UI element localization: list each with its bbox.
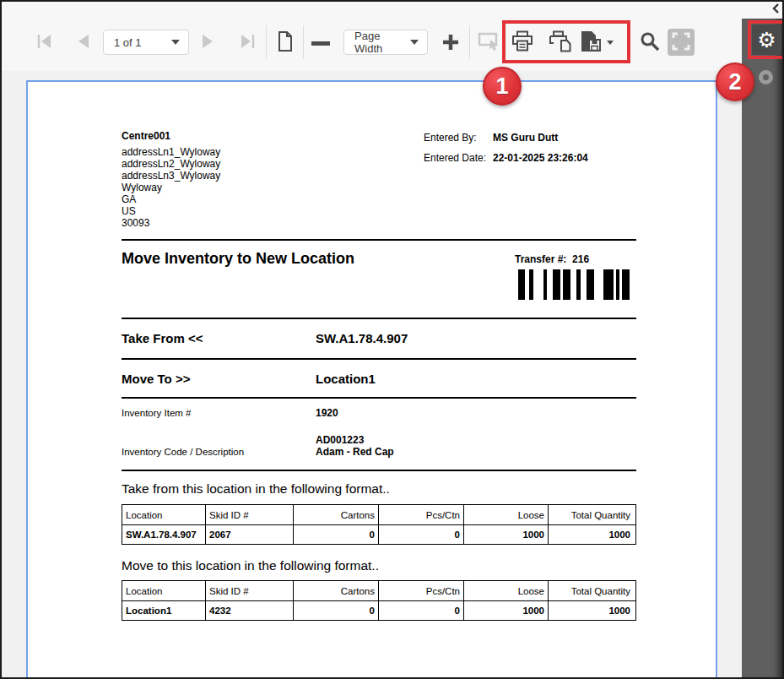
move-to-label: Move To >> bbox=[122, 372, 190, 386]
take-from-table: Location Skid ID # Cartons Pcs/Ctn Loose… bbox=[122, 504, 636, 545]
entered-by-value: MS Guru Dutt bbox=[493, 132, 558, 144]
data-cell: 0 bbox=[293, 525, 378, 544]
toggle-print-preview-button[interactable] bbox=[477, 31, 500, 53]
gear-icon: ⚙ bbox=[757, 30, 776, 51]
address-line: 30093 bbox=[122, 217, 220, 229]
last-page-icon bbox=[238, 32, 257, 53]
badge-number: 2 bbox=[728, 69, 741, 95]
table-header-row: Location Skid ID # Cartons Pcs/Ctn Loose… bbox=[122, 505, 635, 524]
fit-page-icon bbox=[670, 30, 692, 55]
header-cell: Location bbox=[122, 581, 205, 600]
zoom-level-select[interactable]: Page Width bbox=[343, 30, 428, 55]
header-cell: Pcs/Ctn bbox=[378, 505, 463, 524]
viewer-toolbar: 1 of 1 Page Width bbox=[2, 2, 782, 71]
header-cell: Total Quantity bbox=[548, 581, 634, 600]
previous-page-button[interactable] bbox=[73, 32, 93, 52]
divider-line bbox=[122, 397, 636, 399]
divider-line bbox=[122, 358, 636, 360]
collapse-panel-button[interactable] bbox=[769, 3, 782, 17]
data-cell: 0 bbox=[378, 601, 463, 620]
chevron-left-icon bbox=[771, 3, 780, 18]
page-number-value: 1 of 1 bbox=[114, 36, 142, 49]
take-from-label: Take From << bbox=[122, 331, 203, 345]
address-line: addressLn3_Wyloway bbox=[122, 170, 220, 182]
header-cell: Cartons bbox=[293, 505, 378, 524]
entered-by-label: Entered By: bbox=[424, 132, 477, 144]
first-page-icon bbox=[35, 32, 54, 53]
header-cell: Skid ID # bbox=[205, 505, 293, 524]
inventory-code-label: Inventory Code / Description bbox=[122, 447, 244, 457]
print-page-setup-button[interactable] bbox=[547, 30, 574, 55]
chevron-down-icon bbox=[410, 40, 419, 45]
zoom-out-icon bbox=[311, 41, 330, 46]
table-row: SW.A1.78.4.907 2067 0 0 1000 1000 bbox=[122, 524, 635, 544]
data-cell: 4232 bbox=[205, 601, 293, 620]
export-caret-icon bbox=[607, 41, 614, 45]
toolbar-separator bbox=[266, 25, 267, 59]
header-cell: Cartons bbox=[293, 581, 378, 600]
chevron-down-icon bbox=[171, 40, 180, 45]
transfer-value: 216 bbox=[572, 253, 589, 265]
divider-line bbox=[122, 470, 636, 471]
inventory-code-value: AD001223 bbox=[316, 434, 364, 446]
export-button[interactable] bbox=[578, 30, 614, 55]
callout-badge-1: 1 bbox=[483, 67, 522, 106]
data-cell: 1000 bbox=[548, 525, 634, 544]
document-title: Move Inventory to New Location bbox=[122, 250, 354, 268]
header-cell: Skid ID # bbox=[205, 581, 293, 600]
move-to-value: Location1 bbox=[316, 372, 376, 386]
export-icon bbox=[578, 30, 603, 56]
data-cell: 2067 bbox=[205, 525, 293, 544]
header-cell: Location bbox=[122, 505, 205, 524]
move-table-heading: Move to this location in the following f… bbox=[122, 558, 379, 573]
table-row: Location1 4232 0 0 1000 1000 bbox=[122, 600, 635, 620]
data-cell: 0 bbox=[378, 525, 463, 544]
address-line: GA bbox=[122, 193, 220, 205]
fit-page-button[interactable] bbox=[668, 29, 695, 56]
address-line: addressLn2_Wyloway bbox=[122, 158, 220, 170]
data-cell: SW.A1.78.4.907 bbox=[122, 525, 205, 544]
next-page-button[interactable] bbox=[198, 32, 219, 52]
move-to-table: Location Skid ID # Cartons Pcs/Ctn Loose… bbox=[122, 580, 636, 621]
last-page-button[interactable] bbox=[236, 32, 258, 52]
transfer-barcode bbox=[518, 269, 630, 300]
single-page-view-button[interactable] bbox=[274, 30, 296, 54]
zoom-in-button[interactable] bbox=[441, 33, 461, 53]
take-from-value: SW.A1.78.4.907 bbox=[316, 331, 408, 345]
divider-line bbox=[122, 318, 636, 319]
data-cell: 1000 bbox=[463, 601, 548, 620]
single-page-view-icon bbox=[276, 30, 295, 55]
zoom-in-icon bbox=[441, 33, 460, 54]
transfer-label: Transfer #: bbox=[515, 253, 566, 265]
inventory-item-label: Inventory Item # bbox=[122, 408, 191, 418]
inventory-description-value: Adam - Red Cap bbox=[316, 446, 394, 458]
facility-address: addressLn1_Wyloway addressLn2_Wyloway ad… bbox=[122, 146, 220, 229]
toggle-print-preview-icon bbox=[478, 30, 500, 54]
badge-number: 1 bbox=[495, 73, 508, 100]
entered-date-label: Entered Date: bbox=[424, 152, 486, 164]
page-number-select[interactable]: 1 of 1 bbox=[103, 30, 189, 55]
search-icon bbox=[639, 30, 661, 55]
data-cell: 0 bbox=[293, 601, 378, 620]
toolbar-separator bbox=[469, 25, 470, 59]
address-line: addressLn1_Wyloway bbox=[122, 146, 220, 158]
data-cell: Location1 bbox=[122, 601, 205, 620]
print-icon bbox=[511, 30, 534, 56]
search-button[interactable] bbox=[638, 30, 662, 54]
print-button[interactable] bbox=[510, 30, 535, 55]
divider-line bbox=[122, 239, 636, 241]
table-header-row: Location Skid ID # Cartons Pcs/Ctn Loose… bbox=[122, 581, 635, 600]
header-cell: Total Quantity bbox=[548, 505, 634, 524]
data-cell: 1000 bbox=[463, 525, 548, 544]
previous-page-icon bbox=[74, 32, 91, 53]
inventory-item-value: 1920 bbox=[316, 407, 338, 419]
toolbar-separator bbox=[303, 25, 304, 59]
header-cell: Loose bbox=[463, 505, 548, 524]
header-cell: Loose bbox=[463, 581, 548, 600]
zoom-out-button[interactable] bbox=[311, 40, 331, 46]
callout-badge-2: 2 bbox=[716, 62, 754, 101]
first-page-button[interactable] bbox=[34, 32, 56, 52]
settings-button[interactable]: ⚙ bbox=[752, 24, 781, 55]
parameters-sidebar bbox=[742, 19, 782, 677]
entered-date-value: 22-01-2025 23:26:04 bbox=[493, 152, 588, 164]
